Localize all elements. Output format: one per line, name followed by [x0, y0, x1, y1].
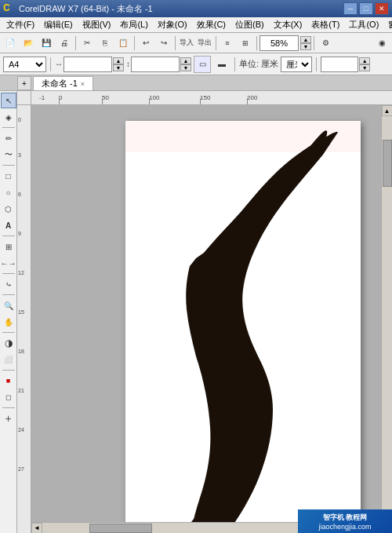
shape-tool[interactable]: ◈ — [1, 109, 16, 125]
ruler-tick — [149, 98, 150, 104]
nudge-up[interactable]: ▲ — [359, 57, 370, 64]
minimize-button[interactable]: ─ — [343, 2, 358, 15]
menu-bitmap[interactable]: 位图(B) — [230, 18, 269, 31]
save-button[interactable]: 💾 — [38, 35, 55, 52]
prop-sep-2 — [234, 57, 235, 71]
document-tab[interactable]: 未命名 -1 × — [33, 76, 93, 90]
ruler-v-mark: 24 — [18, 427, 24, 433]
tab-label: 未命名 -1 — [42, 78, 78, 89]
cut-button[interactable]: ✂ — [78, 35, 96, 52]
page-size-select[interactable]: A4 — [3, 57, 46, 72]
zoom-tool[interactable]: 🔍 — [1, 298, 16, 313]
ruler-h-mark: 200 — [247, 94, 257, 101]
toolbar-separator-5 — [256, 36, 257, 50]
vscroll-thumb[interactable] — [383, 140, 392, 187]
open-button[interactable]: 📂 — [20, 35, 37, 52]
page-height-input[interactable]: 297.0 mm — [131, 57, 180, 72]
prop-sep-1 — [50, 57, 51, 71]
export-button[interactable]: 导出 — [196, 35, 213, 52]
copy-button[interactable]: ⎘ — [96, 35, 114, 52]
canvas-area[interactable]: ▲ ▼ ◄ ► — [31, 105, 392, 533]
horizontal-ruler: -1 0 50 100 150 200 — [31, 91, 392, 105]
property-bar: A4 ↔ 210.0 mm ▲ ▼ ↕ 297.0 mm ▲ ▼ ▭ ▬ 单位:… — [0, 53, 392, 75]
ellipse-tool[interactable]: ○ — [1, 184, 16, 200]
connector-tool[interactable]: ⤷ — [1, 276, 16, 292]
scroll-left-arrow[interactable]: ◄ — [31, 523, 42, 534]
nudge-spinner: ▲ ▼ — [359, 57, 370, 71]
menu-table[interactable]: 表格(T) — [307, 18, 344, 31]
unit-select[interactable]: 厘米 — [281, 57, 312, 72]
polygon-tool[interactable]: ⬡ — [1, 201, 16, 217]
add-page[interactable]: + — [1, 411, 16, 426]
nudge-down[interactable]: ▼ — [359, 64, 370, 71]
watermark: 智字机 教程网 jiaochengjia.com — [298, 509, 392, 533]
import-button[interactable]: 导入 — [178, 35, 195, 52]
maximize-button[interactable]: □ — [359, 2, 373, 15]
fill-tool[interactable]: ◑ — [1, 335, 16, 351]
text-tool[interactable]: A — [1, 217, 16, 233]
paste-button[interactable]: 📋 — [114, 35, 132, 52]
menu-text[interactable]: 文本(X) — [269, 18, 307, 31]
menu-window[interactable]: 窗口(W) — [383, 18, 392, 31]
ruler-v-mark: 27 — [18, 466, 24, 472]
prop-sep-3 — [316, 57, 317, 71]
menu-view[interactable]: 视图(V) — [78, 18, 116, 31]
rectangle-tool[interactable]: □ — [1, 168, 16, 184]
ruler-tick — [102, 98, 103, 104]
print-button[interactable]: 🖨 — [56, 35, 73, 52]
zoom-down[interactable]: ▼ — [300, 43, 311, 50]
page-height-control: ↕ 297.0 mm ▲ ▼ — [126, 57, 191, 72]
app-launcher[interactable]: ◉ — [373, 35, 390, 52]
menu-file[interactable]: 文件(F) — [2, 18, 39, 31]
new-button[interactable]: 📄 — [2, 35, 19, 52]
vscroll-track[interactable] — [383, 116, 392, 511]
document-page — [125, 121, 361, 533]
undo-button[interactable]: ↩ — [137, 35, 154, 52]
height-down[interactable]: ▼ — [180, 64, 191, 71]
ruler-h-mark: 50 — [102, 94, 109, 101]
options-button[interactable]: ⚙ — [317, 35, 334, 52]
zoom-up[interactable]: ▲ — [300, 36, 311, 43]
menu-tools[interactable]: 工具(O) — [344, 18, 383, 31]
width-up[interactable]: ▲ — [113, 57, 124, 64]
titlebar: C CorelDRAW X7 (64-Bit) - 未命名 -1 ─ □ ✕ — [0, 0, 392, 17]
redo-button[interactable]: ↪ — [155, 35, 172, 52]
width-icon: ↔ — [55, 60, 63, 68]
dimension-tool[interactable]: ←→ — [1, 255, 16, 271]
transparency-tool[interactable]: ◻ — [1, 389, 16, 405]
vertical-scrollbar[interactable]: ▲ ▼ — [381, 105, 392, 522]
ruler-h-mark: 100 — [149, 94, 159, 101]
new-tab-button[interactable]: + — [17, 76, 31, 90]
page-width-input[interactable]: 210.0 mm — [64, 57, 112, 72]
menubar: 文件(F) 编辑(E) 视图(V) 布局(L) 对象(O) 效果(C) 位图(B… — [0, 17, 392, 33]
ruler-v-mark: 6 — [18, 192, 21, 197]
arrange-button[interactable]: ⊞ — [237, 35, 254, 52]
lt-sep-3 — [2, 235, 15, 236]
artistic-media-tool[interactable]: 〜 — [1, 147, 16, 162]
freehand-tool[interactable]: ✏ — [1, 130, 16, 146]
width-down[interactable]: ▼ — [113, 64, 124, 71]
height-up[interactable]: ▲ — [180, 57, 191, 64]
color-picker[interactable]: ■ — [1, 373, 16, 389]
pan-tool[interactable]: ✋ — [1, 314, 16, 330]
tab-close-icon[interactable]: × — [81, 80, 85, 88]
ruler-h-mark: 150 — [200, 94, 210, 101]
portrait-button[interactable]: ▭ — [194, 56, 211, 73]
align-button[interactable]: ≡ — [219, 35, 236, 52]
main-toolbar: 📄 📂 💾 🖨 ✂ ⎘ 📋 ↩ ↪ 导入 导出 ≡ ⊞ 58% ▲ ▼ ⚙ ◉ — [0, 33, 392, 53]
nudge-input[interactable]: .1 mm — [321, 57, 358, 72]
zoom-input[interactable]: 58% — [260, 35, 299, 51]
table-tool[interactable]: ⊞ — [1, 239, 16, 254]
hscroll-thumb[interactable] — [89, 524, 152, 533]
outline-tool[interactable]: ⬜ — [1, 352, 16, 367]
close-button[interactable]: ✕ — [375, 2, 389, 15]
menu-edit[interactable]: 编辑(E) — [39, 18, 78, 31]
ruler-tick — [200, 98, 201, 104]
scroll-up-arrow[interactable]: ▲ — [382, 105, 393, 116]
menu-object[interactable]: 对象(O) — [153, 18, 192, 31]
menu-layout[interactable]: 布局(L) — [115, 18, 152, 31]
menu-effects[interactable]: 效果(C) — [192, 18, 230, 31]
landscape-button[interactable]: ▬ — [213, 56, 230, 73]
lt-sep-1 — [2, 127, 15, 128]
select-tool[interactable]: ↖ — [1, 93, 16, 108]
